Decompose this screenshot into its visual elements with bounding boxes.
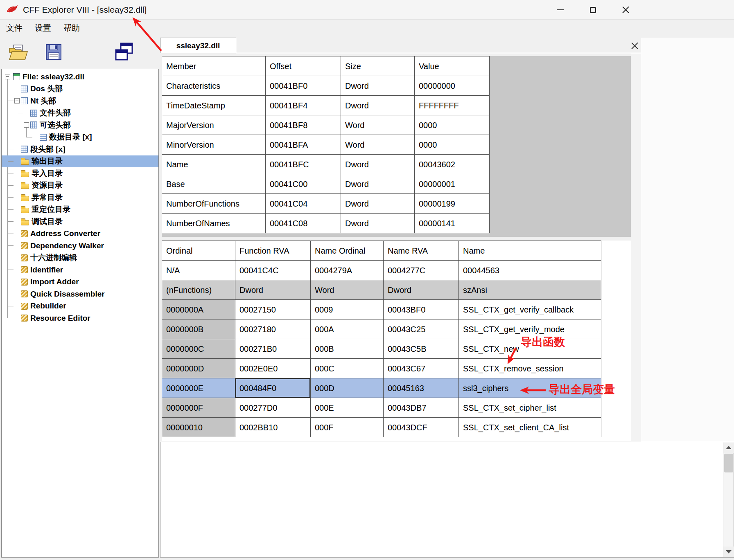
tree-item-section-headers[interactable]: 段头部 [x] — [2, 143, 158, 155]
cell[interactable]: 00041BFC — [266, 155, 341, 174]
cell[interactable]: SSL_CTX_set_client_CA_list — [459, 418, 601, 437]
cell[interactable]: MinorVersion — [162, 135, 266, 155]
cell[interactable]: 00043DCF — [384, 418, 459, 437]
cell[interactable]: ssl3_ciphers — [459, 378, 601, 398]
column-header-member[interactable]: Member — [162, 56, 266, 76]
cell[interactable]: 0000000B — [162, 319, 235, 339]
cell[interactable]: 0000 — [415, 115, 490, 135]
cell[interactable]: Dword — [341, 194, 415, 214]
cell[interactable]: 0004277C — [384, 261, 459, 280]
tree-item-file[interactable]: File: ssleay32.dll — [2, 71, 158, 83]
cell[interactable]: 00041BFA — [266, 135, 341, 155]
cell[interactable]: 00043602 — [415, 155, 490, 174]
cell[interactable]: 00043C5B — [384, 339, 459, 359]
menu-settings[interactable]: 设置 — [29, 21, 57, 35]
cell[interactable]: Base — [162, 174, 266, 194]
tree-item-debug-directory[interactable]: 调试目录 — [2, 216, 158, 228]
column-header-name-ordinal[interactable]: Name Ordinal — [311, 241, 384, 261]
tree-item-exception-directory[interactable]: 异常目录 — [2, 191, 158, 204]
cell[interactable]: Word — [341, 135, 415, 155]
cell[interactable]: 0000000C — [162, 339, 235, 359]
cell[interactable]: 0000000E — [162, 378, 235, 398]
column-header-name[interactable]: Name — [459, 241, 601, 261]
cascade-windows-button[interactable] — [111, 39, 137, 65]
expander-minus[interactable] — [5, 74, 10, 79]
cell-focused[interactable]: 000484F0 — [235, 378, 311, 398]
cell[interactable]: 0000000D — [162, 359, 235, 378]
open-file-button[interactable] — [6, 39, 31, 65]
cell[interactable]: Name — [162, 155, 266, 174]
cell[interactable]: 00000001 — [415, 174, 490, 194]
column-header-value[interactable]: Value — [415, 56, 490, 76]
tree-item-dependency-walker[interactable]: Dependency Walker — [2, 240, 158, 252]
cell[interactable]: 00041C4C — [235, 261, 311, 280]
cell[interactable]: 000271B0 — [235, 339, 311, 359]
cell[interactable]: Word — [311, 280, 384, 300]
tree-item-import-adder[interactable]: Import Adder — [2, 276, 158, 288]
cell[interactable]: Word — [341, 115, 415, 135]
cell[interactable]: 00044563 — [459, 261, 601, 280]
tree-item-relocation-directory[interactable]: 重定位目录 — [2, 204, 158, 216]
cell[interactable]: SSL_CTX_remove_session — [459, 359, 601, 378]
cell[interactable]: Dword — [341, 76, 415, 96]
cell[interactable]: Dword — [341, 155, 415, 174]
cell[interactable]: 000B — [311, 339, 384, 359]
tab-ssleay32[interactable]: ssleay32.dll — [160, 38, 236, 53]
content-scrollbar[interactable] — [631, 53, 641, 441]
cell[interactable]: Dword — [384, 280, 459, 300]
log-scrollbar[interactable] — [723, 442, 734, 557]
cell[interactable]: 00041C08 — [266, 214, 341, 233]
tree-item-nt-header[interactable]: Nt 头部 — [2, 95, 158, 107]
cell[interactable]: 000A — [311, 319, 384, 339]
scroll-up-button[interactable] — [723, 442, 734, 453]
scrollbar-thumb[interactable] — [724, 454, 733, 472]
cell[interactable]: 000277D0 — [235, 398, 311, 418]
cell[interactable]: 0002BB10 — [235, 418, 311, 437]
cell[interactable]: (nFunctions) — [162, 280, 235, 300]
column-header-name-rva[interactable]: Name RVA — [384, 241, 459, 261]
tree-item-dos-header[interactable]: Dos 头部 — [2, 83, 158, 95]
cell[interactable]: 00027180 — [235, 319, 311, 339]
cell[interactable]: 0000000F — [162, 398, 235, 418]
cell[interactable]: FFFFFFFF — [415, 96, 490, 115]
cell[interactable]: TimeDateStamp — [162, 96, 266, 115]
cell[interactable]: 00041BF8 — [266, 115, 341, 135]
cell[interactable]: Dword — [235, 280, 311, 300]
minimize-button[interactable] — [549, 2, 571, 17]
cell[interactable]: 0004279A — [311, 261, 384, 280]
menu-help[interactable]: 帮助 — [57, 21, 86, 35]
cell[interactable]: 00045163 — [384, 378, 459, 398]
scroll-down-button[interactable] — [723, 547, 734, 557]
cell[interactable]: 000C — [311, 359, 384, 378]
tree-item-resource-directory[interactable]: 资源目录 — [2, 180, 158, 192]
scrollbar-track[interactable] — [723, 453, 734, 547]
close-button[interactable] — [614, 2, 637, 17]
cell[interactable]: 00000199 — [415, 194, 490, 214]
cell[interactable]: NumberOfFunctions — [162, 194, 266, 214]
cell[interactable]: SSL_CTX_get_verify_callback — [459, 300, 601, 319]
tree-item-rebuilder[interactable]: Rebuilder — [2, 300, 158, 313]
cell[interactable]: Characteristics — [162, 76, 266, 96]
expander-minus[interactable] — [14, 98, 20, 103]
cell[interactable]: 0002E0E0 — [235, 359, 311, 378]
expander-minus[interactable] — [24, 122, 29, 128]
cell[interactable]: 00000141 — [415, 214, 490, 233]
cell[interactable]: 000D — [311, 378, 384, 398]
maximize-button[interactable] — [581, 2, 604, 17]
tree-item-resource-editor[interactable]: Resource Editor — [2, 312, 158, 324]
cell[interactable]: SSL_CTX_set_cipher_list — [459, 398, 601, 418]
cell[interactable]: 0000 — [415, 135, 490, 155]
tree-item-hex-editor[interactable]: 十六进制编辑 — [2, 252, 158, 264]
cell[interactable]: 000E — [311, 398, 384, 418]
cell[interactable]: 00041C04 — [266, 194, 341, 214]
cell[interactable]: 00043BF0 — [384, 300, 459, 319]
cell[interactable]: 0009 — [311, 300, 384, 319]
cell[interactable]: 00043C25 — [384, 319, 459, 339]
column-header-ordinal[interactable]: Ordinal — [162, 241, 235, 261]
cell[interactable]: 00041C00 — [266, 174, 341, 194]
cell[interactable]: SSL_CTX_new — [459, 339, 601, 359]
tree-item-address-converter[interactable]: Address Converter — [2, 228, 158, 240]
cell[interactable]: 00027150 — [235, 300, 311, 319]
cell[interactable]: Dword — [341, 96, 415, 115]
cell[interactable]: Dword — [341, 214, 415, 233]
